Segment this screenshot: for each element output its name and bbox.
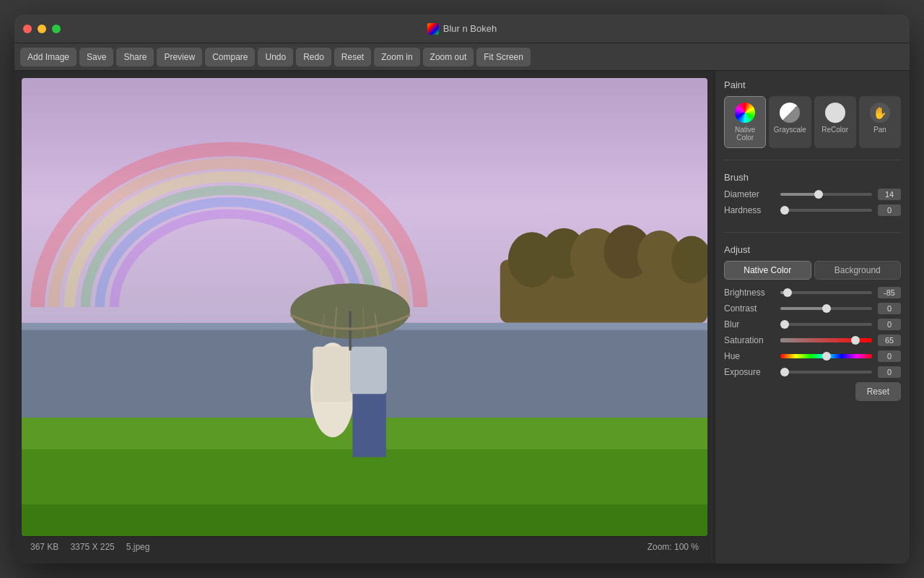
reset-toolbar-button[interactable]: Reset	[334, 48, 371, 66]
divider-2	[724, 232, 901, 233]
hue-value: 0	[878, 350, 901, 362]
image-scene	[22, 78, 707, 536]
contrast-value: 0	[878, 303, 901, 314]
hardness-slider[interactable]	[780, 209, 872, 212]
diameter-fill	[780, 193, 819, 196]
grayscale-tool[interactable]: Grayscale	[769, 96, 811, 148]
brush-section: Brush Diameter 14 Hardness 0	[724, 172, 901, 220]
hue-thumb[interactable]	[822, 352, 831, 361]
canvas-area: 367 KB 3375 X 225 5.jpeg Zoom: 100 %	[14, 71, 715, 564]
paint-tools: Native Color Grayscale ReColor ✋ Pan	[724, 96, 901, 148]
filename: 5.jpeg	[126, 542, 150, 552]
zoom-in-button[interactable]: Zoom in	[374, 48, 419, 66]
saturation-row: Saturation 65	[724, 335, 901, 346]
blur-value: 0	[878, 319, 901, 330]
saturation-thumb[interactable]	[851, 336, 860, 345]
native-color-label: Native Color	[728, 126, 762, 142]
svg-rect-17	[22, 449, 707, 536]
fit-screen-button[interactable]: Fit Screen	[476, 48, 531, 66]
adjust-tabs: Native Color Background	[724, 261, 901, 280]
saturation-label: Saturation	[724, 335, 775, 345]
adjust-reset-button[interactable]: Reset	[855, 382, 901, 401]
add-image-button[interactable]: Add Image	[20, 48, 77, 66]
brightness-row: Brightness -85	[724, 287, 901, 298]
contrast-fill	[780, 307, 827, 310]
contrast-thumb[interactable]	[822, 304, 831, 313]
saturation-value: 65	[878, 335, 901, 346]
maximize-button[interactable]	[52, 25, 61, 33]
contrast-slider[interactable]	[780, 307, 872, 310]
saturation-slider[interactable]	[780, 338, 872, 342]
diameter-row: Diameter 14	[724, 189, 901, 200]
paint-section: Paint Native Color Grayscale ReColor	[724, 79, 901, 148]
svg-rect-20	[313, 347, 352, 402]
diameter-label: Diameter	[724, 189, 775, 199]
adjust-section: Adjust Native Color Background Brightnes…	[724, 244, 901, 401]
adjust-section-title: Adjust	[724, 244, 901, 255]
diameter-slider[interactable]	[780, 193, 872, 196]
svg-rect-16	[22, 418, 707, 457]
status-left: 367 KB 3375 X 225 5.jpeg	[30, 542, 149, 552]
contrast-label: Contrast	[724, 303, 775, 314]
right-panel: Paint Native Color Grayscale ReColor	[715, 71, 910, 564]
tab-native-color[interactable]: Native Color	[724, 261, 811, 280]
blur-slider[interactable]	[780, 323, 872, 326]
grayscale-icon	[780, 103, 800, 123]
window-title: Blur n Bokeh	[443, 23, 497, 34]
blur-row: Blur 0	[724, 319, 901, 330]
brightness-slider[interactable]	[780, 291, 872, 294]
pan-tool[interactable]: ✋ Pan	[859, 96, 901, 148]
close-button[interactable]	[23, 25, 32, 33]
diameter-thumb[interactable]	[814, 190, 823, 199]
toolbar: Add Image Save Share Preview Compare Und…	[14, 43, 910, 71]
app-window: Blur n Bokeh Add Image Save Share Previe…	[14, 14, 910, 564]
svg-rect-18	[22, 504, 707, 536]
pan-icon: ✋	[870, 103, 890, 123]
diameter-value: 14	[878, 189, 901, 200]
main-area: 367 KB 3375 X 225 5.jpeg Zoom: 100 % Pai…	[14, 71, 910, 564]
image-container[interactable]	[22, 78, 707, 536]
share-button[interactable]: Share	[116, 48, 154, 66]
zoom-out-button[interactable]: Zoom out	[423, 48, 474, 66]
svg-rect-21	[352, 386, 385, 457]
brightness-value: -85	[878, 287, 901, 298]
sky-layer	[22, 78, 707, 330]
hardness-row: Hardness 0	[724, 204, 901, 216]
tab-background[interactable]: Background	[814, 261, 902, 280]
compare-button[interactable]: Compare	[205, 48, 255, 66]
image-dimensions: 3375 X 225	[70, 542, 114, 552]
brush-section-title: Brush	[724, 172, 901, 183]
redo-button[interactable]: Redo	[296, 48, 331, 66]
blur-thumb[interactable]	[780, 320, 789, 329]
recolor-label: ReColor	[821, 126, 848, 134]
contrast-row: Contrast 0	[724, 303, 901, 314]
pan-label: Pan	[873, 126, 886, 134]
exposure-label: Exposure	[724, 367, 775, 377]
exposure-slider[interactable]	[780, 371, 872, 374]
preview-button[interactable]: Preview	[157, 48, 202, 66]
recolor-tool[interactable]: ReColor	[814, 96, 856, 148]
undo-button[interactable]: Undo	[258, 48, 293, 66]
hardness-value: 0	[878, 204, 901, 216]
recolor-icon	[825, 103, 845, 123]
save-button[interactable]: Save	[79, 48, 113, 66]
brightness-thumb[interactable]	[783, 288, 792, 297]
hardness-thumb[interactable]	[780, 206, 789, 215]
hue-label: Hue	[724, 351, 775, 361]
file-size: 367 KB	[30, 542, 58, 552]
hue-row: Hue 0	[724, 350, 901, 362]
svg-rect-14	[22, 323, 707, 426]
brightness-label: Brightness	[724, 288, 775, 298]
hue-slider[interactable]	[780, 354, 872, 358]
window-title-area: Blur n Bokeh	[427, 23, 497, 35]
native-color-icon	[735, 103, 755, 123]
minimize-button[interactable]	[38, 25, 46, 33]
native-color-tool[interactable]: Native Color	[724, 96, 766, 148]
exposure-row: Exposure 0	[724, 366, 901, 378]
exposure-thumb[interactable]	[780, 368, 789, 376]
divider-1	[724, 160, 901, 160]
title-bar: Blur n Bokeh	[14, 14, 910, 43]
status-bar: 367 KB 3375 X 225 5.jpeg Zoom: 100 %	[22, 536, 707, 556]
zoom-level: Zoom: 100 %	[648, 542, 699, 552]
paint-section-title: Paint	[724, 79, 901, 90]
